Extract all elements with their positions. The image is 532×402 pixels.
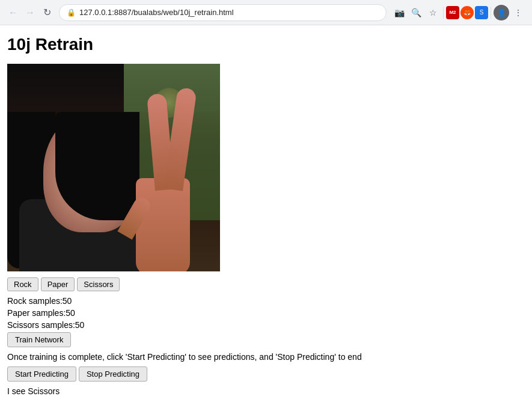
- extension-icon-orange[interactable]: 🦊: [460, 6, 474, 19]
- camera-icon[interactable]: 📷: [391, 5, 407, 20]
- divider: [443, 7, 444, 19]
- back-button[interactable]: ←: [6, 5, 20, 20]
- start-predicting-button[interactable]: Start Predicting: [7, 366, 76, 382]
- scissors-samples-info: Scissors samples:50: [7, 320, 525, 330]
- bookmark-icon[interactable]: ☆: [425, 5, 441, 20]
- predict-buttons-row: Start Predicting Stop Predicting: [7, 366, 525, 382]
- scissors-button[interactable]: Scissors: [77, 277, 120, 291]
- reload-button[interactable]: ↻: [40, 5, 54, 20]
- address-bar[interactable]: 🔒 127.0.0.1:8887/bualabs/web/10j_retrain…: [59, 4, 387, 21]
- lock-icon: 🔒: [67, 8, 76, 17]
- webcam-container: [7, 64, 220, 271]
- prediction-result: I see Scissors: [7, 386, 525, 396]
- webcam-feed: [7, 64, 220, 271]
- forward-button[interactable]: →: [23, 5, 37, 20]
- train-button[interactable]: Train Network: [7, 332, 71, 347]
- palm: [136, 178, 190, 271]
- sample-buttons-row: Rock Paper Scissors: [7, 277, 525, 291]
- browser-chrome: ← → ↻ 🔒 127.0.0.1:8887/bualabs/web/10j_r…: [0, 0, 532, 25]
- toolbar-icons: 📷 🔍 ☆ M2 🦊 S 👤 ⋮: [391, 5, 526, 20]
- url-text: 127.0.0.1:8887/bualabs/web/10j_retrain.h…: [79, 8, 234, 17]
- extension-icon-blue[interactable]: S: [475, 6, 488, 19]
- search-icon[interactable]: 🔍: [408, 5, 424, 20]
- extension-icon-red[interactable]: M2: [446, 6, 459, 19]
- paper-samples-info: Paper samples:50: [7, 308, 525, 318]
- page-title: 10j Retrain: [7, 35, 525, 54]
- rock-samples-info: Rock samples:50: [7, 296, 525, 306]
- profile-icon[interactable]: 👤: [494, 5, 509, 20]
- stop-predicting-button[interactable]: Stop Predicting: [79, 366, 147, 382]
- paper-button[interactable]: Paper: [41, 277, 75, 291]
- page-content: 10j Retrain: [0, 25, 532, 402]
- nav-buttons: ← → ↻: [6, 5, 54, 20]
- rock-button[interactable]: Rock: [7, 277, 38, 291]
- divider2: [491, 7, 491, 19]
- menu-icon[interactable]: ⋮: [510, 5, 526, 20]
- info-text: Once training is complete, click 'Start …: [7, 352, 525, 362]
- hand-area: [124, 94, 208, 271]
